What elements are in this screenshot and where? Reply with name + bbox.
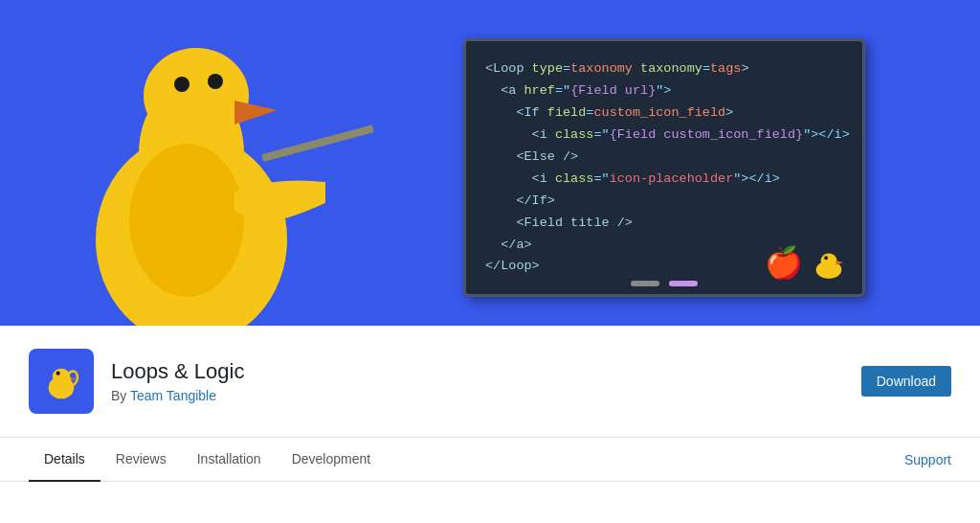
small-duck-icon <box>811 244 847 281</box>
svg-point-12 <box>53 369 70 385</box>
svg-point-2 <box>144 48 249 144</box>
svg-point-8 <box>820 254 836 268</box>
page-wrapper: <Loop type=taxonomy taxonomy=tags> <a hr… <box>0 0 980 482</box>
chalkboard-decorations: 🍎 <box>765 244 847 281</box>
chalkboard: <Loop type=taxonomy taxonomy=tags> <a hr… <box>463 38 865 297</box>
tab-reviews[interactable]: Reviews <box>100 438 182 482</box>
tabs-bar: Details Reviews Installation Development… <box>0 438 980 482</box>
hero-banner: <Loop type=taxonomy taxonomy=tags> <a hr… <box>0 0 980 326</box>
tab-development[interactable]: Development <box>277 438 387 482</box>
svg-marker-3 <box>234 101 278 125</box>
svg-point-6 <box>129 144 244 297</box>
svg-point-4 <box>174 77 189 92</box>
plugin-info-row: Loops & Logic By Team Tangible Download <box>0 326 980 438</box>
author-link[interactable]: Team Tangible <box>130 388 216 403</box>
chalk-white <box>631 281 659 286</box>
plugin-meta: Loops & Logic By Team Tangible <box>111 359 861 403</box>
support-link[interactable]: Support <box>904 452 951 467</box>
plugin-logo-svg <box>37 357 85 405</box>
tab-details[interactable]: Details <box>29 438 100 482</box>
plugin-icon <box>29 349 94 414</box>
apple-icon: 🍎 <box>765 244 803 281</box>
plugin-author: By Team Tangible <box>111 388 861 403</box>
tab-installation[interactable]: Installation <box>182 438 277 482</box>
svg-point-10 <box>824 256 828 260</box>
svg-point-5 <box>208 74 223 89</box>
plugin-title: Loops & Logic <box>111 359 861 384</box>
svg-point-14 <box>56 372 60 375</box>
svg-marker-9 <box>836 261 844 265</box>
chalk-purple <box>669 281 698 286</box>
duck-illustration <box>57 19 325 326</box>
author-by-label: By <box>111 388 126 403</box>
chalk-tray <box>631 281 698 286</box>
download-button[interactable]: Download <box>861 366 951 397</box>
